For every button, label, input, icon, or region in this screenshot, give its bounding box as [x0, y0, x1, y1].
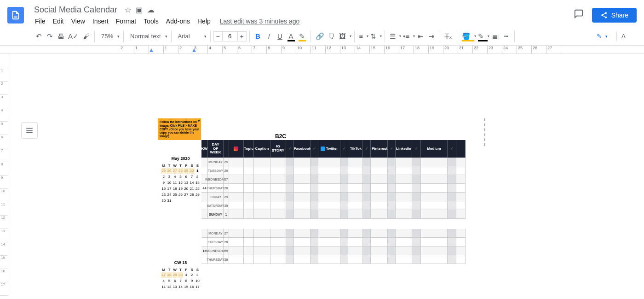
- cell[interactable]: [286, 210, 294, 218]
- horizontal-ruler[interactable]: 2112345678910111213141516171819202122232…: [0, 46, 644, 54]
- cell[interactable]: [456, 246, 466, 255]
- numbered-list-button[interactable]: ☰▾: [388, 30, 401, 42]
- cell[interactable]: [229, 229, 244, 237]
- table-row[interactable]: FRIDAY29: [201, 193, 466, 201]
- cell[interactable]: [421, 175, 448, 183]
- mini-cal-day[interactable]: 11: [172, 180, 178, 186]
- share-button[interactable]: Share: [592, 8, 637, 23]
- cell[interactable]: [363, 175, 371, 183]
- cell-dow[interactable]: TUESDAY: [208, 166, 224, 175]
- cell[interactable]: [348, 246, 363, 255]
- cell[interactable]: [421, 193, 448, 201]
- mini-cal-day[interactable]: 4: [172, 174, 178, 180]
- menu-help[interactable]: Help: [194, 16, 214, 27]
- cell[interactable]: [448, 184, 456, 192]
- cell[interactable]: [318, 238, 340, 246]
- cell[interactable]: [448, 166, 456, 175]
- cell[interactable]: [286, 166, 294, 175]
- cell[interactable]: [229, 238, 244, 246]
- cell[interactable]: [286, 255, 294, 264]
- print-button[interactable]: 🖶: [55, 30, 66, 42]
- cell[interactable]: [254, 193, 270, 201]
- mini-cal-day[interactable]: 24: [167, 192, 172, 198]
- cell[interactable]: [244, 255, 254, 264]
- cell[interactable]: [286, 238, 294, 246]
- menu-file[interactable]: File: [31, 16, 49, 27]
- mini-cal-day[interactable]: 28: [189, 192, 194, 198]
- editing-mode-button[interactable]: ✎: [592, 30, 612, 42]
- cell[interactable]: [448, 255, 456, 264]
- cell[interactable]: [412, 166, 421, 175]
- mini-cal-day[interactable]: 3: [195, 272, 200, 278]
- cell[interactable]: [456, 210, 466, 218]
- cell[interactable]: [388, 210, 396, 218]
- cell[interactable]: [448, 193, 456, 201]
- table-row[interactable]: 44THURSDAY28: [201, 184, 466, 193]
- mini-cal-day[interactable]: 13: [184, 180, 189, 186]
- cell[interactable]: [270, 246, 286, 255]
- cell[interactable]: [396, 184, 412, 192]
- cell[interactable]: [396, 210, 412, 218]
- border-width-button[interactable]: ≣: [489, 30, 500, 42]
- cell[interactable]: [340, 229, 348, 237]
- cell[interactable]: [363, 158, 371, 166]
- cell[interactable]: [388, 158, 396, 166]
- cell[interactable]: [310, 166, 318, 175]
- mini-cal-day[interactable]: 6: [184, 174, 189, 180]
- cell[interactable]: [412, 193, 421, 201]
- cell-dow[interactable]: WEDNESDAY: [208, 175, 224, 183]
- mini-cal-day[interactable]: 6: [172, 278, 178, 284]
- cell[interactable]: [310, 246, 318, 255]
- cell[interactable]: [388, 166, 396, 175]
- cell-dow[interactable]: FRIDAY: [208, 193, 224, 201]
- cell[interactable]: [456, 193, 466, 201]
- cell[interactable]: [244, 193, 254, 201]
- mini-cal-day[interactable]: 29: [195, 192, 200, 198]
- cell[interactable]: [244, 158, 254, 166]
- table-row[interactable]: SATURDAY30: [201, 201, 466, 210]
- cell[interactable]: [388, 255, 396, 264]
- mini-cal-day[interactable]: 30: [189, 168, 194, 174]
- mini-cal-day[interactable]: 28: [178, 168, 183, 174]
- cell[interactable]: [396, 158, 412, 166]
- bold-button[interactable]: B: [253, 30, 264, 42]
- cell-date[interactable]: 29: [224, 193, 229, 201]
- cell[interactable]: [310, 201, 318, 210]
- cell[interactable]: [254, 158, 270, 166]
- cell[interactable]: [421, 166, 448, 175]
- mini-cal-day[interactable]: 1: [184, 272, 189, 278]
- note-dropdown-icon[interactable]: ▾: [198, 118, 200, 123]
- cell[interactable]: [229, 246, 244, 255]
- cell[interactable]: [286, 246, 294, 255]
- cell[interactable]: [254, 210, 270, 218]
- cell[interactable]: [371, 175, 388, 183]
- cell[interactable]: [340, 166, 348, 175]
- cell[interactable]: [396, 193, 412, 201]
- cell[interactable]: [294, 238, 310, 246]
- cell[interactable]: [318, 246, 340, 255]
- cell[interactable]: [340, 255, 348, 264]
- cell[interactable]: [294, 255, 310, 264]
- mini-cal-day[interactable]: 10: [195, 278, 200, 284]
- mini-cal-day[interactable]: 25: [172, 192, 178, 198]
- cell[interactable]: [294, 246, 310, 255]
- cell-dow[interactable]: TUESDAY: [208, 238, 224, 246]
- cell[interactable]: [371, 246, 388, 255]
- document-canvas[interactable]: Follow the instructions on image: Click …: [8, 54, 644, 296]
- cell[interactable]: [412, 175, 421, 183]
- cell[interactable]: [270, 229, 286, 237]
- bulleted-list-button[interactable]: •≡▾: [401, 30, 415, 42]
- cell[interactable]: [421, 158, 448, 166]
- menu-view[interactable]: View: [68, 16, 89, 27]
- border-dash-button[interactable]: ┅: [500, 30, 512, 42]
- cell[interactable]: [294, 201, 310, 210]
- mini-cal-day[interactable]: 17: [167, 186, 172, 192]
- underline-button[interactable]: U: [275, 30, 286, 42]
- cell[interactable]: [340, 184, 348, 192]
- undo-button[interactable]: ↶: [33, 30, 44, 42]
- cell[interactable]: [294, 166, 310, 175]
- comments-icon[interactable]: [574, 9, 584, 22]
- cell[interactable]: [348, 193, 363, 201]
- cell[interactable]: [229, 193, 244, 201]
- mini-cal-day[interactable]: 13: [172, 284, 178, 290]
